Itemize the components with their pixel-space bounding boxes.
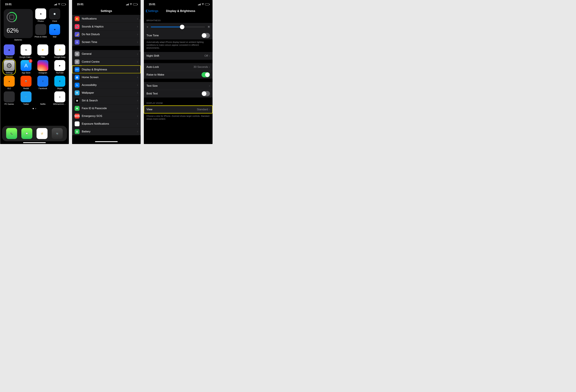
- settings-row-battery[interactable]: ▮Battery›: [72, 128, 141, 135]
- camera-icon: 📷: [52, 128, 63, 139]
- app-label: PC Games: [4, 103, 14, 105]
- chevron-right-icon: ›: [137, 25, 138, 28]
- auto-lock-row[interactable]: Auto-Lock 30 Seconds ›: [144, 63, 212, 71]
- app-mail[interactable]: ✉︎Mail: [49, 24, 60, 38]
- app-phone[interactable]: 📞Phone: [6, 128, 17, 139]
- settings-row-control-centre[interactable]: ⊟Control Centre›: [72, 58, 141, 66]
- settings-row-face-id-passcode[interactable]: ☻Face ID & Passcode›: [72, 104, 141, 112]
- chevron-right-icon: ›: [137, 99, 138, 102]
- app-twitter[interactable]: 🐦Twitter: [21, 91, 31, 105]
- night-shift-row[interactable]: Night Shift Off ›: [144, 52, 212, 60]
- truetone-toggle[interactable]: [202, 33, 210, 38]
- settings-row-wallpaper[interactable]: ❀Wallpaper›: [72, 89, 141, 97]
- auto-lock-value: 30 Seconds: [194, 65, 208, 69]
- truetone-row: True Tone: [144, 32, 212, 39]
- settings-row-accessibility[interactable]: ♿︎Accessibility›: [72, 81, 141, 89]
- bold-text-label: Bold Text: [146, 92, 200, 95]
- chevron-right-icon: ›: [209, 108, 210, 111]
- truetone-label: True Tone: [146, 34, 200, 37]
- app-label: App Store: [22, 72, 30, 74]
- chevron-right-icon: ›: [209, 54, 210, 57]
- settings-row-emergency-sos[interactable]: SOSEmergency SOS›: [72, 112, 141, 120]
- home-indicator[interactable]: [23, 142, 46, 143]
- app-label: Files: [41, 56, 45, 58]
- battery-icon: [61, 3, 66, 5]
- text-size-label: Text Size: [146, 84, 209, 87]
- scrollbar[interactable]: [140, 19, 140, 52]
- settings-screen: 15:01 Settings 🔔Notifications›🔊Sounds & …: [72, 0, 141, 144]
- app-camera[interactable]: 📷Camera: [52, 128, 63, 139]
- app-instagram[interactable]: Instagram: [37, 60, 48, 74]
- app-youtube[interactable]: ▶YouTube: [54, 60, 65, 74]
- app-pc-games[interactable]: PC Games: [4, 91, 15, 105]
- widget-label: Batteries: [14, 39, 22, 41]
- settings-row-siri-search[interactable]: ◉Siri & Search›: [72, 97, 141, 104]
- gear-icon: ⚙︎: [4, 60, 15, 71]
- status-bar: 15:01: [0, 0, 69, 7]
- app-label: MiSmartAntiba...: [53, 103, 66, 105]
- battery-icon: ▮: [75, 129, 80, 134]
- raise-to-wake-toggle[interactable]: [202, 72, 210, 77]
- settings-row-notifications[interactable]: 🔔Notifications›: [72, 15, 141, 23]
- settings-row-general[interactable]: ⚙︎General›: [72, 50, 141, 58]
- app-vlc[interactable]: ▲VLC: [4, 76, 15, 90]
- row-label: Screen Time: [82, 41, 137, 44]
- chevron-right-icon: ›: [209, 84, 210, 87]
- settings-row-screen-time[interactable]: ⌛︎Screen Time›: [72, 38, 141, 46]
- night-shift-value: Off: [204, 54, 208, 57]
- bold-text-toggle[interactable]: [202, 91, 210, 96]
- display-brightness-icon: AA: [75, 67, 80, 72]
- app-settings[interactable]: ⚙︎Settings: [4, 60, 15, 74]
- app-google-keep[interactable]: 💡Google Keep: [54, 44, 65, 58]
- app-facebook[interactable]: fFacebook: [37, 76, 48, 90]
- app-files[interactable]: 📁Files: [37, 44, 48, 58]
- app-skype[interactable]: SSkype: [54, 76, 65, 90]
- brightness-slider[interactable]: [151, 27, 205, 27]
- app-clock[interactable]: 🕒Clock: [49, 8, 60, 22]
- chevron-right-icon: ›: [137, 106, 138, 110]
- row-label: Exposure Notifications: [82, 122, 137, 126]
- facebook-icon: f: [37, 76, 48, 87]
- sounds-haptics-icon: 🔊: [75, 24, 80, 29]
- app-photos[interactable]: ❀Photos: [35, 8, 46, 22]
- auto-lock-label: Auto-Lock: [146, 65, 194, 69]
- row-label: Siri & Search: [82, 99, 137, 102]
- page-title: Display & Brightness: [166, 9, 195, 13]
- dock: 📞Phone💬Messages🧭Safari📷Camera: [2, 126, 67, 141]
- row-label: Battery: [82, 130, 137, 133]
- app-label: Netflix: [40, 103, 46, 105]
- settings-row-display-brightness[interactable]: AADisplay & Brightness›: [72, 66, 141, 73]
- app-app-store[interactable]: 2App Store: [21, 60, 31, 74]
- app-reddit[interactable]: 👽Reddit: [21, 76, 31, 90]
- home-indicator[interactable]: [95, 141, 118, 142]
- settings-row-sounds-haptics[interactable]: 🔊Sounds & Haptics›: [72, 23, 141, 30]
- app-label: Skype: [57, 87, 62, 90]
- view-row[interactable]: View Standard ›: [144, 105, 212, 113]
- batteries-widget[interactable]: 62%: [4, 9, 33, 38]
- row-label: Control Centre: [82, 60, 137, 63]
- app-label: Google Keep: [54, 56, 65, 58]
- app-label: Clock: [52, 20, 57, 22]
- mail-icon: ✉︎: [49, 24, 60, 35]
- chevron-right-icon: ›: [137, 60, 138, 63]
- mismart-icon: ▯: [54, 91, 65, 102]
- app-netflix[interactable]: NNetflix: [37, 91, 48, 105]
- bold-text-row: Bold Text: [144, 90, 212, 98]
- app-messages[interactable]: 💬Messages: [21, 128, 32, 139]
- app-mismartantiba-[interactable]: ▯MiSmartAntiba...: [54, 91, 65, 105]
- app-label: Instagram: [39, 72, 47, 74]
- back-button[interactable]: Settings: [145, 9, 158, 13]
- battery-percent: 62%: [7, 27, 30, 34]
- app-google-calendar[interactable]: 31Google Calendar: [21, 44, 31, 58]
- settings-row-exposure-notifications[interactable]: ✱Exposure Notifications›: [72, 120, 141, 128]
- app-discord[interactable]: ◉Discord: [4, 44, 15, 58]
- chevron-right-icon: ›: [209, 65, 210, 69]
- settings-row-do-not-disturb[interactable]: 🌙Do Not Disturb›: [72, 30, 141, 38]
- settings-row-home-screen[interactable]: ▦Home Screen›: [72, 73, 141, 81]
- text-size-row[interactable]: Text Size ›: [144, 82, 212, 90]
- page-indicator[interactable]: [4, 108, 65, 109]
- app-photo-video[interactable]: Photo & Video: [35, 24, 46, 38]
- badge: 2: [29, 59, 32, 63]
- app-safari[interactable]: 🧭Safari: [36, 128, 48, 139]
- raise-to-wake-row: Raise to Wake: [144, 71, 212, 79]
